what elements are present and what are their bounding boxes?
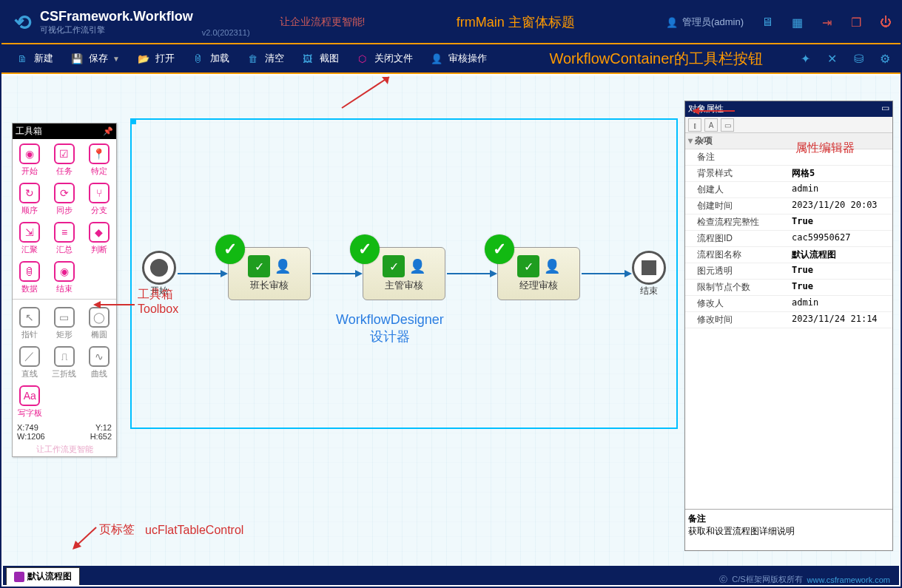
property-key: 限制节点个数: [685, 280, 789, 295]
person-icon: 👤: [409, 258, 425, 274]
new-button[interactable]: 🗎新建: [7, 47, 59, 70]
task-node-2[interactable]: ✓ ✓👤 主管审核: [363, 247, 445, 300]
close-file-button[interactable]: ⬡关闭文件: [348, 47, 419, 70]
window-title: frmMain 主窗体标题: [365, 13, 665, 31]
start-node-label: 开始: [150, 285, 168, 297]
property-row[interactable]: 流程图IDcac59950627: [685, 231, 892, 247]
toolbox-item-任务[interactable]: ☑任务: [47, 139, 82, 178]
load-button[interactable]: 🛢加载: [184, 47, 235, 70]
property-row[interactable]: 创建人admin: [685, 182, 892, 198]
property-row[interactable]: 修改人admin: [685, 296, 892, 312]
version-label: v2.0(202311): [202, 28, 250, 37]
clear-button[interactable]: 🗑清空: [238, 47, 290, 70]
property-row[interactable]: 修改时间2023/11/24 21:14: [685, 312, 892, 328]
annotation-arrow-toolbar: [336, 75, 395, 112]
open-button[interactable]: 📂打开: [129, 47, 181, 70]
start-node[interactable]: 开始: [142, 251, 176, 297]
property-row[interactable]: 创建时间2023/11/20 20:03: [685, 198, 892, 214]
tab-bar: 默认流程图 ⓒ C/S框架网版权所有 www.csframework.com: [3, 566, 899, 585]
property-row[interactable]: 限制节点个数True: [685, 280, 892, 296]
tool-label: 矩形: [56, 329, 73, 340]
toolbox-motto: 让工作流更智能: [13, 444, 116, 456]
arrow: [447, 273, 496, 274]
sort-az-icon[interactable]: A: [704, 118, 718, 132]
website-link[interactable]: www.csframework.com: [807, 575, 890, 584]
hex-close-icon: ⬡: [354, 50, 371, 67]
gear-icon[interactable]: ⚙: [875, 49, 895, 68]
property-row[interactable]: 图元透明True: [685, 263, 892, 280]
toolbox-item-曲线[interactable]: ∿曲线: [81, 342, 116, 381]
toolbox-item-直线[interactable]: ／直线: [13, 342, 47, 381]
tools-icon[interactable]: ✕: [822, 49, 841, 68]
prop-page-icon[interactable]: ▭: [721, 118, 734, 132]
toolbox-item-开始[interactable]: ◉开始: [13, 139, 47, 178]
grid-icon[interactable]: ▦: [788, 13, 806, 31]
collapse-icon[interactable]: ▭: [881, 103, 889, 115]
tool-label: 直线: [21, 368, 38, 379]
toolbox-item-特定[interactable]: 📍特定: [81, 139, 116, 178]
designer-canvas[interactable]: 开始 ✓ ✓👤 班长审核 ✓ ✓👤 主管审核: [130, 118, 678, 429]
save-button[interactable]: 💾保存▼: [62, 47, 126, 70]
tool-icon: ↖: [19, 307, 40, 328]
arrow: [582, 273, 630, 274]
tool-icon: ⇲: [19, 222, 40, 243]
tab-default-workflow[interactable]: 默认流程图: [6, 567, 80, 585]
app-logo-icon: ⟲: [7, 7, 37, 37]
tool-label: 结束: [56, 283, 73, 294]
property-value: admin: [789, 296, 892, 311]
copy-icon[interactable]: ❐: [847, 13, 865, 31]
toolbox-item-写字板[interactable]: Aa写字板: [13, 381, 47, 420]
tool-icon: ◯: [89, 307, 110, 328]
user-area[interactable]: 👤 管理员(admin): [666, 16, 744, 29]
monitor-icon[interactable]: 🖥: [758, 13, 776, 31]
import-icon[interactable]: ⇥: [818, 13, 835, 31]
property-panel: 对象属性 ▭ ⫿ A ▭ 杂项 备注背景样式网格5创建人admin创建时间202…: [684, 101, 893, 551]
designer-annotation: WorkflowDesigner 设计器: [336, 312, 444, 345]
property-category[interactable]: 杂项: [685, 133, 892, 149]
property-body: 杂项 备注背景样式网格5创建人admin创建时间2023/11/20 20:03…: [685, 133, 892, 509]
svg-line-6: [75, 527, 96, 547]
property-row[interactable]: 备注: [685, 149, 892, 166]
tool-icon: ／: [19, 346, 40, 367]
tool-label: 写字板: [18, 408, 42, 419]
title-bar: ⟲ CSFramework.Workflow 可视化工作流引擎 v2.0(202…: [1, 1, 901, 43]
toolbox-item-顺序[interactable]: ↻顺序: [13, 178, 47, 217]
pin-icon[interactable]: 📌: [103, 126, 113, 136]
tool-icon: ⑂: [89, 183, 110, 203]
toolbox-item-矩形[interactable]: ▭矩形: [47, 303, 82, 342]
toolbox-item-数据[interactable]: 🛢数据: [13, 257, 47, 296]
end-node[interactable]: 结束: [632, 251, 666, 297]
toolbox-item-指针[interactable]: ↖指针: [13, 303, 47, 342]
toolbox-item-汇聚[interactable]: ⇲汇聚: [13, 217, 47, 257]
tool-icon: ☑: [54, 143, 75, 164]
task-node-3[interactable]: ✓ ✓👤 经理审核: [497, 247, 580, 300]
toolbox-item-三折线[interactable]: ⎍三折线: [47, 342, 82, 381]
tool-icon: ⎍: [54, 346, 75, 367]
db-settings-icon[interactable]: ⛁: [849, 49, 868, 68]
toolbox-item-汇总[interactable]: ≡汇总: [47, 217, 82, 257]
sort-cat-icon[interactable]: ⫿: [688, 118, 701, 132]
tool-icon: ◉: [19, 143, 40, 164]
tool-icon: 🛢: [19, 261, 40, 282]
property-row[interactable]: 流程图名称默认流程图: [685, 247, 892, 263]
screenshot-button[interactable]: 🖼截图: [293, 47, 345, 70]
nodes-icon[interactable]: ✦: [795, 49, 815, 68]
tool-label: 汇总: [56, 244, 73, 255]
property-header: 对象属性 ▭: [685, 101, 892, 117]
property-row[interactable]: 检查流程完整性True: [685, 214, 892, 231]
property-key: 创建时间: [685, 198, 789, 214]
toolbox-item-结束[interactable]: ◉结束: [47, 257, 82, 296]
toolbox-item-同步[interactable]: ⟳同步: [47, 178, 82, 217]
property-row[interactable]: 背景样式网格5: [685, 166, 892, 182]
tool-icon: ⟳: [54, 183, 75, 203]
toolbox-item-判断[interactable]: ◆判断: [81, 217, 116, 257]
check-icon: ✓: [215, 234, 245, 264]
end-node-label: 结束: [640, 285, 658, 297]
exit-icon[interactable]: ⏻: [877, 13, 895, 31]
tool-label: 椭圆: [91, 329, 107, 340]
toolbox-item-分支[interactable]: ⑂分支: [81, 178, 116, 217]
toolbox-item-椭圆[interactable]: ◯椭圆: [81, 303, 116, 342]
task-node-1[interactable]: ✓ ✓👤 班长审核: [228, 247, 311, 300]
property-key: 修改人: [685, 296, 789, 311]
audit-button[interactable]: 👤审核操作: [422, 47, 493, 70]
